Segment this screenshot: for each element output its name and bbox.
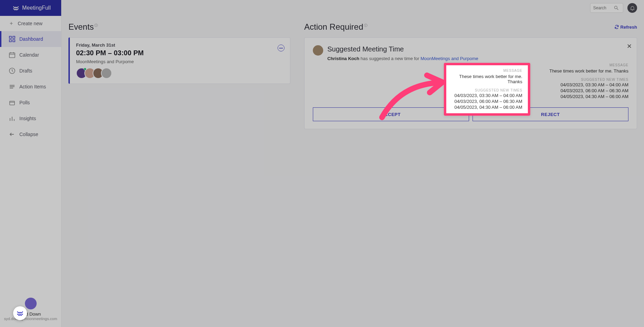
attendee-avatar[interactable] — [101, 68, 112, 79]
suggested-meeting-subtitle: Christina Koch has suggested a new time … — [327, 56, 628, 61]
event-card[interactable]: ••• Friday, March 31st 02:30 PM – 03:00 … — [68, 37, 290, 84]
user-email: syd.down@moonmeetings.com — [0, 317, 61, 321]
search-icon — [614, 6, 619, 10]
sidebar-item-label: Calendar — [19, 52, 39, 58]
sidebar-item-action-items[interactable]: Action Items — [0, 79, 61, 95]
svg-rect-1 — [13, 36, 15, 38]
refresh-label: Refresh — [620, 25, 637, 30]
plus-icon: + — [10, 20, 13, 27]
arrow-left-icon — [9, 131, 15, 137]
suggester-name: Christina Koch — [327, 56, 359, 61]
annotation-highlight: MESSAGE These times work better for me. … — [444, 63, 530, 116]
suggested-meeting-heading: Suggested Meeting Time — [327, 45, 628, 53]
user-avatar — [25, 298, 37, 309]
message-label: MESSAGE — [452, 69, 522, 73]
events-title: Eventsⓘ — [68, 22, 290, 32]
times-label: SUGGESTED NEW TIMES — [452, 88, 522, 92]
brand-logo[interactable]: MeetingFull — [0, 0, 61, 16]
user-name: Syd Down — [0, 311, 61, 317]
meeting-link[interactable]: MoonMeetings and Purpome — [421, 56, 478, 61]
clock-icon — [9, 68, 15, 74]
box-icon — [9, 99, 15, 106]
sidebar-item-drafts[interactable]: Drafts — [0, 63, 61, 79]
message-text: These times work better for me. Thanks — [452, 74, 522, 84]
events-column: Eventsⓘ ••• Friday, March 31st 02:30 PM … — [62, 16, 297, 327]
sidebar: MeetingFull + Create new Dashboard Calen… — [0, 0, 62, 327]
create-new-button[interactable]: + Create new — [0, 16, 61, 31]
sidebar-item-calendar[interactable]: Calendar — [0, 47, 61, 63]
header — [62, 0, 644, 16]
notifications-button[interactable] — [627, 3, 637, 13]
suggested-time: 04/05/2023, 04:30 AM – 06:00 AM — [452, 105, 522, 110]
sidebar-item-polls[interactable]: Polls — [0, 95, 61, 110]
event-more-button[interactable]: ••• — [278, 45, 284, 51]
create-new-label: Create new — [18, 21, 43, 26]
calendar-icon — [9, 52, 15, 58]
svg-point-7 — [615, 6, 617, 9]
event-time: 02:30 PM – 03:00 PM — [76, 49, 284, 57]
refresh-button[interactable]: Refresh — [614, 25, 637, 30]
svg-rect-2 — [9, 40, 11, 42]
sidebar-item-label: Dashboard — [19, 36, 43, 42]
lines-icon — [9, 84, 15, 90]
brand-name: MeetingFull — [22, 5, 51, 11]
sidebar-item-label: Collapse — [19, 132, 38, 137]
svg-rect-3 — [13, 40, 15, 42]
bell-icon — [630, 6, 635, 11]
svg-rect-6 — [10, 101, 15, 105]
floating-help-widget[interactable] — [13, 306, 27, 320]
event-meeting-name: MoonMeetings and Purpome — [76, 59, 284, 64]
suggester-avatar — [313, 45, 323, 56]
grid-icon — [9, 36, 15, 42]
brand-icon — [12, 4, 19, 11]
sidebar-item-label: Action Items — [19, 84, 46, 89]
status-online-icon — [84, 68, 86, 70]
svg-rect-0 — [9, 36, 11, 38]
action-required-title: Action Requiredⓘ — [304, 22, 367, 32]
close-button[interactable]: ✕ — [627, 42, 632, 50]
attendee-avatars — [76, 68, 284, 79]
svg-rect-4 — [9, 53, 15, 58]
main: Eventsⓘ ••• Friday, March 31st 02:30 PM … — [62, 16, 644, 327]
help-icon[interactable]: ⓘ — [364, 23, 367, 27]
sidebar-item-dashboard[interactable]: Dashboard — [0, 31, 61, 47]
brand-icon — [16, 309, 24, 317]
help-icon[interactable]: ⓘ — [94, 23, 98, 27]
bars-icon — [9, 115, 15, 122]
sidebar-item-label: Drafts — [19, 68, 32, 74]
annotation-arrow-icon — [375, 73, 448, 121]
event-date: Friday, March 31st — [76, 42, 284, 48]
search-input[interactable] — [590, 3, 623, 13]
user-profile[interactable]: Syd Down syd.down@moonmeetings.com — [0, 298, 61, 321]
search-field[interactable] — [593, 6, 614, 10]
sidebar-item-insights[interactable]: Insights — [0, 110, 61, 126]
sidebar-item-collapse[interactable]: Collapse — [0, 126, 61, 142]
suggested-time: 04/03/2023, 03:30 AM – 04:00 AM — [452, 93, 522, 98]
refresh-icon — [614, 25, 619, 29]
sidebar-item-label: Insights — [19, 116, 36, 121]
suggested-time: 04/03/2023, 06:00 AM – 06:30 AM — [452, 99, 522, 104]
sidebar-item-label: Polls — [19, 100, 30, 105]
